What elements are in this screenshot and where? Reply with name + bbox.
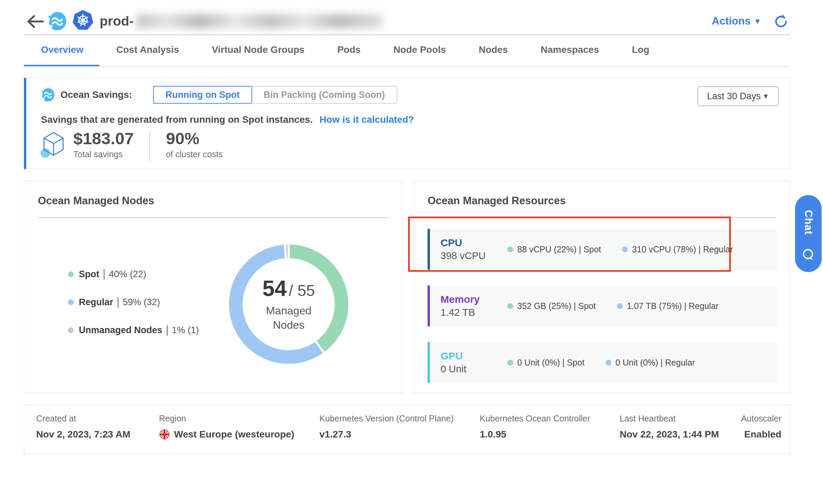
cluster-name-prefix: prod-	[100, 14, 134, 29]
resource-row-gpu: GPU 0 Unit 0 Unit (0%) | Spot 0 Unit (0%…	[428, 342, 777, 383]
stat-text: 1.07 TB (75%) | Regular	[627, 301, 719, 311]
redacted-cluster-name	[136, 14, 382, 28]
period-value: Last 30 Days	[707, 91, 761, 102]
tabs-divider	[24, 66, 790, 67]
tab-pods[interactable]: Pods	[337, 44, 360, 57]
kubernetes-logo-icon	[72, 10, 93, 32]
tab-node-pools[interactable]: Node Pools	[393, 44, 446, 57]
info-value: Nov 22, 2023, 1:44 PM	[620, 429, 719, 440]
ocean-savings-card: Ocean Savings: Running on Spot Bin Packi…	[24, 78, 790, 169]
info-value: Enabled	[741, 429, 781, 440]
running-on-spot-toggle[interactable]: Running on Spot	[153, 86, 252, 104]
total-savings-label: Total savings	[73, 149, 134, 159]
ocean-savings-icon	[41, 88, 55, 102]
legend-item-unmanaged[interactable]: Unmanaged Nodes 1% (1)	[68, 325, 199, 336]
chevron-down-icon: ▾	[755, 16, 760, 26]
legend-value: 40% (22)	[109, 269, 146, 280]
last-heartbeat-column: Last Heartbeat Nov 22, 2023, 1:44 PM	[620, 414, 719, 440]
ocean-savings-label: Ocean Savings:	[60, 89, 132, 100]
tab-log[interactable]: Log	[632, 44, 649, 57]
savings-cube-icon	[41, 131, 66, 161]
regular-dot-icon	[617, 303, 623, 309]
ocean-managed-resources-panel: Ocean Managed Resources CPU 398 vCPU 88 …	[414, 181, 790, 393]
memory-spot-stat: 352 GB (25%) | Spot	[507, 301, 596, 311]
savings-description-text: Savings that are generated from running …	[41, 114, 313, 125]
tab-bar: Overview Cost Analysis Virtual Node Grou…	[41, 44, 649, 57]
legend-value: 1% (1)	[172, 325, 199, 336]
uk-flag-icon	[159, 429, 170, 440]
managed-nodes-title: Ocean Managed Nodes	[38, 195, 154, 207]
legend-separator	[167, 325, 168, 336]
info-label: Autoscaler	[741, 414, 781, 424]
tab-virtual-node-groups[interactable]: Virtual Node Groups	[212, 44, 305, 57]
annotation-highlight-box	[408, 217, 731, 272]
legend-separator	[118, 297, 118, 308]
spot-dot-icon	[507, 303, 513, 309]
legend-item-spot[interactable]: Spot 40% (22)	[68, 269, 199, 280]
k8s-version-column: Kubernetes Version (Control Plane) v1.27…	[319, 414, 453, 440]
stat-text: 0 Unit (0%) | Spot	[517, 358, 584, 368]
tab-nodes[interactable]: Nodes	[479, 44, 508, 57]
chat-label: Chat	[802, 209, 814, 236]
period-dropdown[interactable]: Last 30 Days ▼	[697, 86, 779, 106]
resource-total: 0 Unit	[441, 364, 507, 375]
donut-legend: Spot 40% (22) Regular 59% (32) Unmanaged…	[68, 269, 199, 336]
regular-legend-dot	[68, 299, 74, 305]
spot-legend-dot	[68, 271, 74, 277]
legend-label: Regular	[79, 297, 113, 308]
bin-packing-toggle[interactable]: Bin Packing (Coming Soon)	[252, 86, 398, 104]
info-label: Region	[159, 414, 294, 424]
how-calculated-link[interactable]: How is it calculated?	[319, 114, 414, 125]
stat-text: 352 GB (25%) | Spot	[517, 301, 596, 311]
refresh-icon	[773, 14, 789, 29]
ocean-managed-nodes-panel: Ocean Managed Nodes Spot 40% (22) Regula…	[24, 181, 403, 393]
gpu-spot-stat: 0 Unit (0%) | Spot	[507, 358, 584, 368]
tab-namespaces[interactable]: Namespaces	[540, 44, 599, 57]
created-at-column: Created at Nov 2, 2023, 7:23 AM	[36, 414, 130, 440]
back-arrow-icon	[26, 14, 45, 29]
info-label: Kubernetes Ocean Controller	[480, 414, 590, 424]
managed-nodes-divider	[38, 217, 389, 218]
resource-total: 1.42 TB	[441, 307, 507, 318]
page-title: prod-	[100, 14, 382, 29]
tab-cost-analysis[interactable]: Cost Analysis	[116, 44, 179, 57]
back-button[interactable]	[26, 14, 45, 29]
header-divider	[24, 34, 790, 35]
legend-label: Unmanaged Nodes	[79, 325, 162, 336]
managed-nodes-donut-chart: 54 / 55 Managed Nodes	[229, 244, 348, 364]
ocean-controller-column: Kubernetes Ocean Controller 1.0.95	[480, 414, 590, 440]
savings-description: Savings that are generated from running …	[41, 114, 414, 125]
autoscaler-column: Autoscaler Enabled	[741, 414, 781, 440]
dropdown-caret-icon: ▼	[762, 92, 769, 100]
spot-dot-icon	[507, 360, 513, 366]
actions-label: Actions	[712, 15, 751, 27]
managed-count: 54	[262, 276, 287, 301]
stats-divider	[149, 131, 150, 161]
cluster-cost-percent-value: 90%	[166, 130, 223, 147]
info-value: Nov 2, 2023, 7:23 AM	[36, 429, 130, 440]
stat-text: 0 Unit (0%) | Regular	[616, 358, 695, 368]
legend-label: Spot	[79, 269, 99, 280]
savings-toggle-group: Running on Spot Bin Packing (Coming Soon…	[153, 86, 397, 104]
managed-resources-title: Ocean Managed Resources	[428, 195, 566, 207]
cluster-info-bar: Created at Nov 2, 2023, 7:23 AM Region	[24, 404, 790, 454]
donut-caption: Managed Nodes	[258, 304, 319, 332]
actions-button[interactable]: Actions ▾	[712, 15, 760, 27]
info-label: Created at	[36, 414, 130, 424]
info-value: v1.27.3	[319, 429, 453, 440]
regular-dot-icon	[606, 360, 611, 366]
legend-item-regular[interactable]: Regular 59% (32)	[68, 297, 199, 308]
resource-row-memory: Memory 1.42 TB 352 GB (25%) | Spot 1.07 …	[428, 285, 777, 326]
savings-stats: $183.07 Total savings 90% of cluster cos…	[41, 130, 223, 161]
info-value: 1.0.95	[480, 429, 590, 440]
legend-value: 59% (32)	[123, 297, 160, 308]
chat-button[interactable]: Chat	[795, 195, 822, 272]
info-label: Last Heartbeat	[620, 414, 719, 424]
refresh-button[interactable]	[773, 14, 789, 31]
chat-bubble-icon	[801, 248, 815, 263]
total-savings-value: $183.07	[73, 130, 134, 147]
ocean-logo-icon	[47, 11, 67, 32]
tab-overview[interactable]: Overview	[41, 44, 84, 57]
memory-regular-stat: 1.07 TB (75%) | Regular	[617, 301, 719, 311]
ocean-cluster-overview-page: prod- Actions ▾ Overview Cost Analysis V…	[0, 0, 823, 504]
